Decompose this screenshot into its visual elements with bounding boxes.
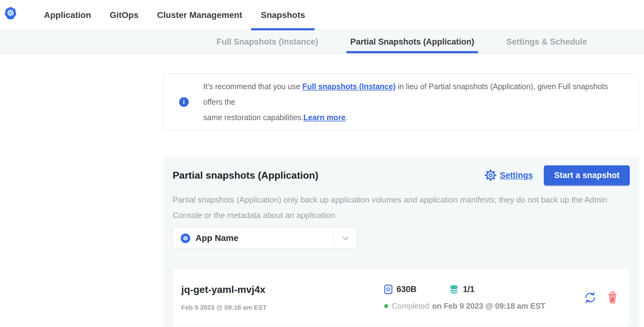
snapshot-created-date: Feb 9 2023 @ 09:18 am EST bbox=[181, 304, 376, 311]
banner-text-segment: . bbox=[346, 113, 348, 122]
gear-icon bbox=[485, 169, 496, 181]
chevron-down-icon[interactable] bbox=[334, 234, 357, 242]
settings-label: Settings bbox=[500, 171, 533, 180]
main-nav: Application GitOps Cluster Management Sn… bbox=[44, 0, 305, 30]
partial-snapshots-panel: Partial snapshots (Application) Settings… bbox=[163, 157, 639, 327]
settings-link[interactable]: Settings bbox=[485, 169, 533, 181]
snapshot-size-value: 630B bbox=[397, 285, 417, 294]
info-glyph: i bbox=[183, 98, 185, 106]
snapshot-status: Completed bbox=[392, 302, 429, 311]
panel-actions: Settings Start a snapshot bbox=[485, 165, 630, 185]
top-header: ☸ Application GitOps Cluster Management … bbox=[0, 0, 644, 30]
delete-snapshot-button[interactable] bbox=[606, 291, 619, 304]
snapshot-status-line: Completed on Feb 9 2023 @ 09:18 am EST bbox=[384, 302, 583, 311]
tab-settings-schedule[interactable]: Settings & Schedule bbox=[490, 30, 603, 53]
info-banner: i It’s recommend that you use Full snaps… bbox=[163, 73, 639, 130]
snapshot-size-metric: 630B bbox=[384, 285, 417, 294]
snapshot-info: jq-get-yaml-mvj4x Feb 9 2023 @ 09:18 am … bbox=[181, 284, 376, 311]
panel-title: Partial snapshots (Application) bbox=[173, 170, 318, 181]
disk-size-icon bbox=[384, 285, 393, 294]
snapshot-row: jq-get-yaml-mvj4x Feb 9 2023 @ 09:18 am … bbox=[173, 268, 630, 327]
snapshot-metrics: 630B 1/1 Completed on Feb 9 2023 @ 09:18… bbox=[376, 285, 583, 311]
kubernetes-wheel-glyph: ☸ bbox=[182, 235, 188, 242]
database-volumes-icon bbox=[449, 285, 459, 294]
snapshots-subnav: Full Snapshots (Instance) Partial Snapsh… bbox=[0, 30, 644, 54]
banner-text: It’s recommend that you use Full snapsho… bbox=[203, 79, 626, 125]
nav-item-application[interactable]: Application bbox=[44, 0, 91, 30]
snapshot-status-detail: on Feb 9 2023 @ 09:18 am EST bbox=[432, 302, 545, 311]
nav-item-gitops[interactable]: GitOps bbox=[109, 0, 138, 30]
trash-icon bbox=[606, 291, 619, 304]
snapshot-actions bbox=[583, 291, 619, 304]
status-dot bbox=[384, 304, 388, 308]
tab-full-snapshots-instance[interactable]: Full Snapshots (Instance) bbox=[200, 30, 334, 53]
nav-item-snapshots[interactable]: Snapshots bbox=[261, 0, 305, 30]
start-snapshot-button[interactable]: Start a snapshot bbox=[544, 165, 630, 185]
snapshot-metrics-line: 630B 1/1 bbox=[384, 285, 583, 294]
snapshot-volumes-metric: 1/1 bbox=[449, 285, 475, 294]
kubernetes-logo: ☸ bbox=[5, 7, 16, 19]
subnav-tabs: Full Snapshots (Instance) Partial Snapsh… bbox=[200, 30, 603, 53]
snapshot-volumes-value: 1/1 bbox=[463, 285, 475, 294]
snapshot-name: jq-get-yaml-mvj4x bbox=[181, 284, 376, 295]
banner-text-segment: It’s recommend that you use bbox=[203, 82, 303, 91]
banner-text-segment: same restoration capabilities. bbox=[203, 113, 303, 122]
nav-item-cluster-management[interactable]: Cluster Management bbox=[157, 0, 242, 30]
full-snapshots-instance-link[interactable]: Full snapshots (Instance) bbox=[303, 82, 396, 91]
restore-icon bbox=[583, 291, 597, 304]
banner-line-2: same restoration capabilities.Learn more… bbox=[203, 110, 626, 125]
panel-description: Partial snapshots (Application) only bac… bbox=[173, 192, 630, 223]
info-icon: i bbox=[179, 97, 189, 107]
restore-snapshot-button[interactable] bbox=[583, 291, 597, 304]
banner-line-1: It’s recommend that you use Full snapsho… bbox=[203, 79, 626, 110]
app-name-dropdown[interactable]: ☸ App Name bbox=[173, 227, 357, 249]
app-kubernetes-icon: ☸ bbox=[181, 233, 190, 243]
panel-header: Partial snapshots (Application) Settings… bbox=[173, 165, 630, 185]
app-name-value: App Name bbox=[195, 233, 238, 243]
kubernetes-wheel-icon: ☸ bbox=[6, 9, 15, 18]
tab-partial-snapshots-application[interactable]: Partial Snapshots (Application) bbox=[334, 30, 490, 53]
learn-more-link[interactable]: Learn more bbox=[303, 113, 346, 122]
